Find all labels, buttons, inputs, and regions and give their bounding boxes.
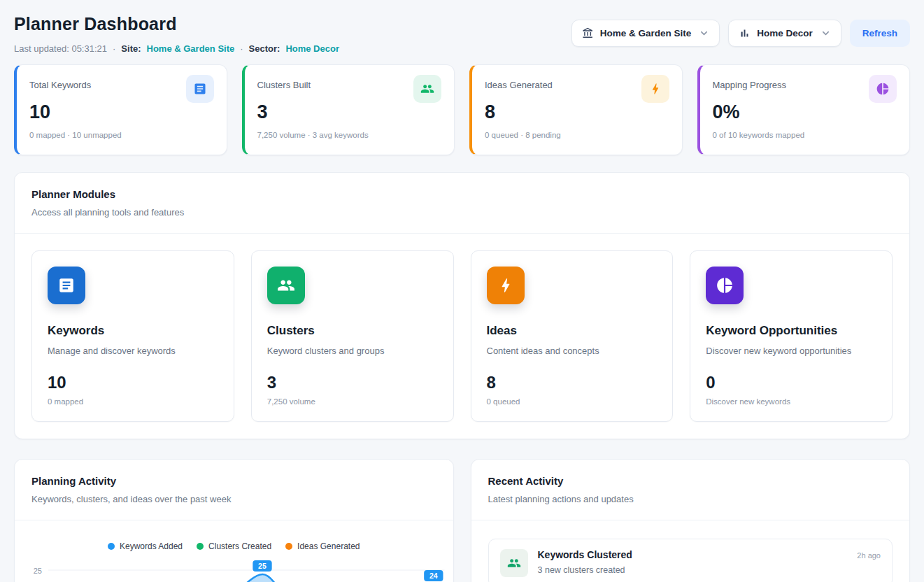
module-description: Keyword clusters and groups [267,346,438,356]
recent-activity-header: Recent Activity Latest planning actions … [471,460,910,520]
site-selector-value: Home & Garden Site [600,28,692,38]
data-point-badge: 24 [424,570,443,581]
legend-dot [285,543,292,550]
sector-link[interactable]: Home Decor [285,43,339,54]
pie-chart-icon [706,267,744,304]
planner-dashboard-page: Planner Dashboard Last updated: 05:31:21… [0,0,924,582]
lightning-icon [487,267,525,304]
modules-grid: Keywords Manage and discover keywords 10… [15,234,909,439]
stat-card-ideas-generated: Ideas Generated 8 0 queued · 8 pending [469,64,683,155]
sector-label: Sector: [249,43,280,54]
module-detail: 0 mapped [48,397,218,406]
stat-value: 10 [29,101,214,123]
y-axis-tick: 25 [26,567,48,582]
planning-activity-card: Planning Activity Keywords, clusters, an… [14,459,454,582]
legend-item-clusters-created[interactable]: Clusters Created [197,541,271,551]
svg-text:24: 24 [429,572,438,580]
users-icon [413,75,441,103]
stat-value: 3 [257,101,442,123]
module-value: 8 [487,373,658,392]
sector-selector-dropdown[interactable]: Home Decor [728,20,841,47]
site-selector-dropdown[interactable]: Home & Garden Site [571,20,720,47]
site-label: Site: [121,43,141,54]
activity-description: 3 new clusters created [538,565,632,575]
activity-timestamp: 2h ago [857,549,881,560]
panel-title: Recent Activity [488,475,893,487]
users-icon [267,267,305,304]
legend-item-keywords-added[interactable]: Keywords Added [108,541,183,551]
module-card-keyword-opportunities[interactable]: Keyword Opportunities Discover new keywo… [690,250,893,422]
module-value: 10 [48,373,218,392]
activity-title: Keywords Clustered [538,549,632,560]
chart-legend: Keywords Added Clusters Created Ideas Ge… [15,541,453,551]
legend-item-ideas-generated[interactable]: Ideas Generated [285,541,360,551]
page-title: Planner Dashboard [14,14,339,34]
stat-detail: 0 mapped · 10 unmapped [29,131,214,139]
panel-subtitle: Access all planning tools and features [31,207,893,218]
stat-detail: 0 of 10 keywords mapped [713,131,897,139]
separator-dot: · [240,43,243,54]
module-description: Discover new keyword opportunities [706,346,876,356]
stat-label: Ideas Generated [485,75,553,90]
last-updated-text: Last updated: 05:31:21 [14,43,107,54]
module-value: 3 [267,373,438,392]
site-link[interactable]: Home & Garden Site [147,43,235,54]
activity-text: Keywords Clustered 3 new clusters create… [538,549,632,575]
lightning-icon [641,75,669,103]
module-title: Clusters [267,324,438,338]
panel-title: Planning Activity [31,475,436,487]
module-detail: Discover new keywords [706,397,876,406]
sector-selector-value: Home Decor [757,28,813,38]
legend-label: Clusters Created [208,541,271,551]
planning-activity-header: Planning Activity Keywords, clusters, an… [15,460,453,520]
stat-label: Clusters Built [257,75,311,90]
line-chart: 25 24 [48,560,445,582]
module-card-clusters[interactable]: Clusters Keyword clusters and groups 3 7… [251,250,454,422]
planner-modules-panel: Planner Modules Access all planning tool… [14,172,910,439]
module-description: Manage and discover keywords [48,346,218,356]
bar-chart-icon [739,27,751,39]
stat-value: 0% [713,101,897,123]
refresh-button[interactable]: Refresh [850,20,910,47]
module-card-keywords[interactable]: Keywords Manage and discover keywords 10… [31,250,234,422]
stat-detail: 7,250 volume · 3 avg keywords [257,131,442,139]
module-value: 0 [706,373,876,392]
stat-card-clusters-built: Clusters Built 3 7,250 volume · 3 avg ke… [242,64,455,155]
legend-label: Ideas Generated [297,541,360,551]
module-card-ideas[interactable]: Ideas Content ideas and concepts 8 0 que… [471,250,674,422]
document-icon [48,267,85,304]
stat-card-total-keywords: Total Keywords 10 0 mapped · 10 unmapped [14,64,227,155]
module-title: Keyword Opportunities [706,324,876,338]
module-detail: 0 queued [487,397,658,406]
activity-list-item: Keywords Clustered 3 new clusters create… [488,539,893,582]
planning-activity-chart: 25 25 24 [15,560,453,582]
page-subline: Last updated: 05:31:21 · Site: Home & Ga… [14,43,339,54]
planner-modules-header: Planner Modules Access all planning tool… [15,173,909,234]
recent-activity-card: Recent Activity Latest planning actions … [471,459,911,582]
panel-subtitle: Latest planning actions and updates [488,494,893,504]
stat-value: 8 [485,101,669,123]
header-controls: Home & Garden Site Home Decor Refresh [571,14,910,47]
header-left: Planner Dashboard Last updated: 05:31:21… [14,14,339,54]
module-title: Keywords [48,324,218,338]
chevron-down-icon [820,28,831,38]
panel-title: Planner Modules [31,188,893,200]
document-icon [186,75,214,103]
stat-card-mapping-progress: Mapping Progress 0% 0 of 10 keywords map… [697,64,911,155]
legend-label: Keywords Added [120,541,183,551]
pie-chart-icon [869,75,897,103]
svg-text:25: 25 [258,562,266,570]
module-title: Ideas [487,324,658,338]
module-detail: 7,250 volume [267,397,438,406]
module-description: Content ideas and concepts [487,346,658,356]
stat-label: Total Keywords [29,75,91,90]
stats-row: Total Keywords 10 0 mapped · 10 unmapped… [14,64,910,155]
stat-label: Mapping Progress [713,75,787,90]
data-point-badge: 25 [253,560,271,572]
panel-subtitle: Keywords, clusters, and ideas over the p… [31,494,436,504]
building-icon [582,27,594,39]
separator-dot: · [113,43,115,54]
users-icon [500,549,528,577]
topbar: Planner Dashboard Last updated: 05:31:21… [14,0,910,54]
stat-detail: 0 queued · 8 pending [485,131,669,139]
